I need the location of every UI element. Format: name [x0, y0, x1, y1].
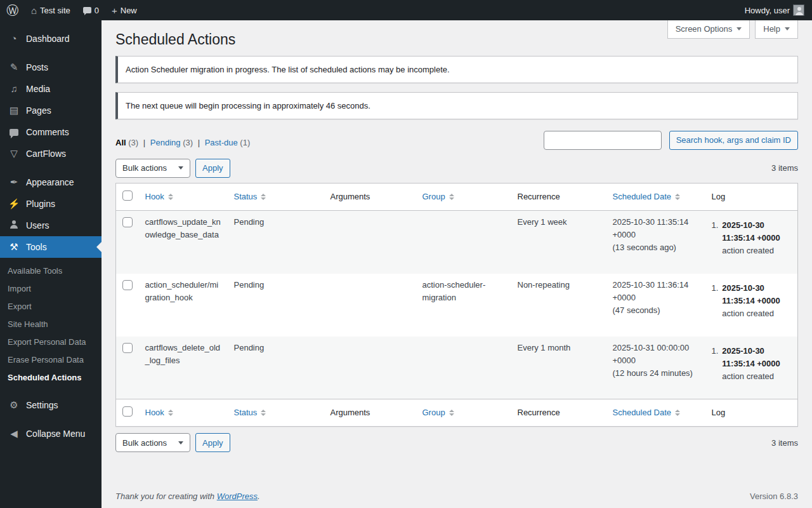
log-index: 1. — [712, 345, 719, 383]
submenu-item-scheduled-actions[interactable]: Scheduled Actions — [0, 369, 102, 387]
search-input[interactable] — [544, 131, 662, 150]
column-header-hook: Hook — [139, 183, 228, 210]
column-label-group: Group — [422, 190, 445, 203]
status-filters: All (3) | Pending (3) | Past-due (1) — [115, 133, 250, 147]
row-checkbox[interactable] — [122, 280, 133, 290]
row-checkbox[interactable] — [122, 217, 133, 227]
site-name-menu[interactable]: ⌂ Test site — [25, 0, 77, 20]
my-account-menu[interactable]: Howdy, user — [738, 0, 804, 20]
howdy-label: Howdy, user — [745, 6, 790, 15]
sidebar-item-tools[interactable]: ⚒ Tools — [0, 236, 102, 258]
appearance-icon: ✒ — [8, 177, 20, 188]
help-button[interactable]: Help — [755, 20, 798, 39]
submenu-item-site-health[interactable]: Site Health — [0, 316, 102, 333]
new-content-menu[interactable]: + New — [105, 0, 143, 20]
filter-pastdue-link[interactable]: Past-due — [205, 138, 238, 147]
hook-cell: cartflows_delete_old_log_files — [139, 337, 228, 399]
screen-options-button[interactable]: Screen Options — [667, 20, 750, 39]
sidebar-item-label: Plugins — [26, 198, 55, 210]
recurrence-cell: Every 1 month — [511, 337, 606, 399]
row-checkbox[interactable] — [122, 343, 133, 353]
table-nav-bottom: Bulk actions Apply 3 items — [115, 433, 798, 452]
wordpress-link[interactable]: WordPress — [217, 491, 258, 501]
arguments-cell — [324, 337, 416, 399]
sort-status-link[interactable]: Status — [234, 406, 266, 419]
filter-separator: | — [198, 138, 200, 147]
apply-button[interactable]: Apply — [195, 433, 230, 452]
site-name-label: Test site — [40, 6, 70, 15]
sort-status-link[interactable]: Status — [234, 190, 266, 203]
scheduled-note: (47 seconds) — [613, 304, 699, 317]
scheduled-date-cell: 2025-10-30 11:35:14 +0000 (13 seconds ag… — [606, 211, 705, 274]
submenu-item-available-tools[interactable]: Available Tools — [0, 262, 102, 280]
sidebar-item-label: Users — [26, 220, 49, 231]
comments-menu[interactable]: 0 — [77, 0, 105, 20]
sort-hook-link[interactable]: Hook — [145, 190, 173, 203]
submenu-item-export[interactable]: Export — [0, 298, 102, 316]
collapse-menu-button[interactable]: ◀ Collapse Menu — [0, 423, 102, 444]
tools-submenu: Available Tools Import Export Site Healt… — [0, 258, 102, 394]
admin-bar: Ⓦ ⌂ Test site 0 + New Howdy, user — [0, 0, 812, 20]
hook-cell: cartflows_update_knowledge_base_data — [139, 211, 228, 274]
sort-indicator-icon — [449, 410, 454, 416]
filter-pending-link[interactable]: Pending — [150, 138, 181, 147]
notice-text: Action Scheduler migration in progress. … — [126, 65, 450, 74]
column-label-arguments: Arguments — [331, 408, 370, 417]
sidebar-item-pages[interactable]: ▤ Pages — [0, 100, 102, 121]
status-cell: Pending — [228, 274, 324, 337]
sidebar-item-dashboard[interactable]: ◔ Dashboard — [0, 28, 102, 50]
admin-footer: Thank you for creating with WordPress. V… — [115, 491, 798, 508]
column-header-scheduled-date: Scheduled Date — [606, 399, 705, 427]
column-header-status: Status — [228, 183, 324, 210]
main-content: Screen Options Help Scheduled Actions Ac… — [102, 20, 812, 508]
sidebar-item-label: Pages — [26, 105, 51, 116]
sidebar-item-comments[interactable]: Comments — [0, 121, 102, 143]
select-all-checkbox[interactable] — [122, 406, 133, 417]
sort-scheduled-date-link[interactable]: Scheduled Date — [613, 406, 681, 419]
bulk-actions-select[interactable]: Bulk actions — [115, 159, 190, 178]
submenu-item-import[interactable]: Import — [0, 280, 102, 298]
sidebar-item-media[interactable]: ♫ Media — [0, 78, 102, 100]
log-text: action created — [722, 370, 791, 383]
hook-cell: action_scheduler/migration_hook — [139, 274, 228, 337]
pages-icon: ▤ — [8, 105, 20, 116]
settings-icon: ⚙ — [8, 399, 20, 411]
bulk-actions-select[interactable]: Bulk actions — [115, 433, 190, 452]
filter-all-count: (3) — [128, 138, 138, 147]
home-icon: ⌂ — [31, 6, 37, 15]
column-label-group: Group — [422, 406, 445, 419]
sidebar-item-posts[interactable]: ✎ Posts — [0, 57, 102, 78]
sort-group-link[interactable]: Group — [422, 406, 454, 419]
sidebar-item-label: Media — [26, 83, 50, 95]
chevron-down-icon — [178, 166, 183, 170]
filter-all-link[interactable]: All — [115, 138, 126, 147]
select-all-cell — [116, 399, 139, 427]
column-label-recurrence: Recurrence — [518, 408, 560, 417]
submenu-item-erase-personal-data[interactable]: Erase Personal Data — [0, 351, 102, 369]
submenu-item-export-personal-data[interactable]: Export Personal Data — [0, 333, 102, 351]
collapse-arrow-icon: ◀ — [8, 428, 20, 439]
sidebar-item-users[interactable]: Users — [0, 215, 102, 236]
select-all-checkbox[interactable] — [122, 190, 133, 201]
arguments-cell — [324, 274, 416, 337]
sidebar-item-label: Dashboard — [26, 33, 70, 44]
apply-button[interactable]: Apply — [195, 159, 230, 178]
sidebar-item-plugins[interactable]: ⚡ Plugins — [0, 193, 102, 215]
sort-hook-link[interactable]: Hook — [145, 406, 173, 419]
column-header-status: Status — [228, 399, 324, 427]
sort-scheduled-date-link[interactable]: Scheduled Date — [613, 190, 681, 203]
search-button[interactable]: Search hook, args and claim ID — [669, 131, 798, 150]
scheduled-actions-table: Hook Status Arguments Group — [115, 183, 798, 427]
wordpress-logo-button[interactable]: Ⓦ — [0, 0, 25, 20]
column-header-arguments: Arguments — [324, 183, 416, 210]
arguments-cell — [324, 211, 416, 274]
column-label-log: Log — [712, 408, 726, 417]
sidebar-item-cartflows[interactable]: ▽ CartFlows — [0, 143, 102, 164]
sidebar-item-appearance[interactable]: ✒ Appearance — [0, 171, 102, 193]
scheduled-date-cell: 2025-10-31 00:00:00 +0000 (12 hours 24 m… — [606, 337, 705, 399]
chevron-down-icon — [178, 441, 183, 444]
column-header-log: Log — [705, 183, 798, 210]
sort-group-link[interactable]: Group — [422, 190, 454, 203]
sidebar-item-settings[interactable]: ⚙ Settings — [0, 394, 102, 416]
user-avatar — [793, 4, 804, 16]
